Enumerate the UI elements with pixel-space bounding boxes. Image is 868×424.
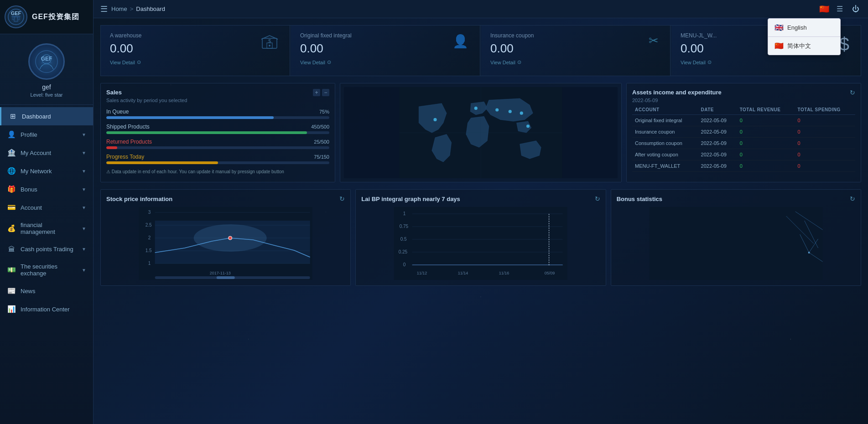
flag-icon[interactable]: 🇨🇳 [819,4,829,14]
sidebar-item-mynetwork[interactable]: 🌐 My Network ▼ [0,162,93,180]
cell-spending: 0 [795,149,855,160]
sidebar-item-bonus[interactable]: 🎁 Bonus ▼ [0,180,93,198]
svg-point-17 [495,108,499,111]
stat-value-warehouse: 0.00 [110,41,281,56]
myaccount-icon: 🏦 [7,149,16,157]
svg-text:GEF: GEF [41,56,52,62]
sales-name-shipped: Shipped Products [106,124,150,130]
stock-refresh-button[interactable]: ↻ [339,195,345,202]
sales-item-returned: Returned Products 25/500 [106,139,329,149]
stock-chart-panel: Stock price information ↻ 3 2.5 2 1.5 1 [100,189,351,286]
warehouse-icon: $ [261,34,278,54]
cell-account: Original fixed integral [632,115,698,126]
view-detail-warehouse[interactable]: View Detail ⊙ [110,59,281,65]
cell-revenue: 0 [737,160,795,172]
svg-text:1: 1 [403,211,406,216]
svg-rect-57 [649,207,822,280]
cell-date: 2022-05-09 [698,126,737,138]
svg-point-16 [474,107,478,110]
sidebar-item-cashpoints[interactable]: 🏛 Cash points Trading ▼ [0,240,93,258]
chevron-down-icon: ▼ [82,132,86,137]
account-icon: 💳 [7,203,16,212]
svg-text:2: 2 [148,235,151,240]
sidebar-item-financial[interactable]: 💰 financial management ▼ [0,217,93,240]
view-detail-integral[interactable]: View Detail ⊙ [300,59,471,65]
cell-date: 2022-05-09 [698,160,737,172]
stat-card-insurance: Insurance coupon 0.00 ✂ View Detail ⊙ [481,26,670,76]
svg-text:0.25: 0.25 [399,249,408,254]
view-detail-insurance[interactable]: View Detail ⊙ [490,59,661,65]
bottom-row: Stock price information ↻ 3 2.5 2 1.5 1 [100,189,861,286]
lang-option-english[interactable]: 🇬🇧 English [768,19,840,36]
cell-revenue: 0 [737,149,795,160]
cell-spending: 0 [795,115,855,126]
stat-value-integral: 0.00 [300,41,471,56]
cell-spending: 0 [795,126,855,138]
dashboard-icon: ⊞ [8,112,17,120]
svg-point-36 [229,236,232,240]
dashboard-content: A warehouse 0.00 $ View Detail ⊙ Origi [94,18,868,424]
minus-button[interactable]: − [322,89,329,96]
plus-button[interactable]: + [313,89,320,96]
table-row: Original fixed integral 2022-05-09 0 0 [632,115,855,126]
sales-pct-shipped: 450/500 [311,124,329,129]
svg-text:11/14: 11/14 [458,271,468,275]
sidebar-item-dashboard[interactable]: ⊞ Dashboard [0,107,93,125]
menu-icon[interactable]: ☰ [835,3,845,15]
cell-spending: 0 [795,160,855,172]
bonus-title: Bonus statistics [617,196,662,202]
sidebar-logo-icon: GEF [5,5,27,28]
svg-text:11/12: 11/12 [417,271,427,275]
nav-label: Account [21,204,42,211]
person-icon: 👤 [452,34,468,49]
avatar: GEF [28,43,65,80]
refresh-button[interactable]: ↻ [850,89,855,96]
bp-chart-title: Lai BP integral graph nearly 7 days [361,196,460,202]
col-spending: TOTAL SPENDING [795,105,855,115]
lang-label: English [787,24,807,31]
infocenter-icon: 📊 [7,305,16,313]
sidebar: GEF GEF投资集团 GEF gef Level: five star [0,0,94,424]
sales-pct-returned: 25/500 [314,139,329,145]
col-account: ACCOUNT [632,105,698,115]
lang-option-chinese[interactable]: 🇨🇳 简体中文 [768,37,840,55]
sidebar-item-infocenter[interactable]: 📊 Information Center [0,300,93,318]
sales-name-progress: Progress Today [106,154,144,160]
sidebar-item-news[interactable]: 📰 News [0,282,93,300]
svg-text:$: $ [268,38,271,44]
sidebar-item-profile[interactable]: 👤 Profile ▼ [0,125,93,144]
nav-label: Profile [21,131,37,138]
sidebar-item-account[interactable]: 💳 Account ▼ [0,198,93,217]
securities-icon: 💵 [7,266,16,274]
lang-label: 简体中文 [787,42,811,50]
table-row: After voting coupon 2022-05-09 0 0 [632,149,855,160]
english-flag-icon: 🇬🇧 [774,23,784,32]
svg-text:1.5: 1.5 [146,248,152,253]
svg-text:11/16: 11/16 [499,271,509,275]
nav-label: Information Center [21,306,70,313]
breadcrumb-home[interactable]: Home [111,5,127,12]
username: gef [42,83,51,91]
hamburger-icon[interactable]: ☰ [100,4,108,14]
sales-item-shipped: Shipped Products 450/500 [106,124,329,134]
svg-point-19 [520,112,523,115]
sales-pct-progress: 75/150 [314,154,329,160]
nav-label: My Account [21,150,51,156]
stock-chart-area: 3 2.5 2 1.5 1 [106,207,345,280]
news-icon: 📰 [7,287,16,295]
chevron-down-icon: ▼ [82,226,86,231]
cell-account: MENU-FT_WALLET [632,160,698,172]
nav-label: The securities exchange [21,263,77,277]
sidebar-item-securities[interactable]: 💵 The securities exchange ▼ [0,258,93,282]
power-icon[interactable]: ⏻ [850,3,861,15]
col-date: DATE [698,105,737,115]
user-level: Level: five star [31,92,63,98]
bp-refresh-button[interactable]: ↻ [595,195,600,202]
sidebar-item-myaccount[interactable]: 🏦 My Account ▼ [0,144,93,162]
sales-subtitle: Sales activity by period you selected [106,98,187,103]
topbar: ☰ Home > Dashboard 🇨🇳 ☰ ⏻ 🇬🇧 English 🇨🇳 … [94,0,868,18]
view-detail-wallet[interactable]: View Detail ⊙ [681,59,852,65]
brand-name: GEF投资集团 [32,12,79,22]
bonus-refresh-button[interactable]: ↻ [850,195,855,202]
sales-item-inqueue: In Queue 75% [106,109,329,119]
